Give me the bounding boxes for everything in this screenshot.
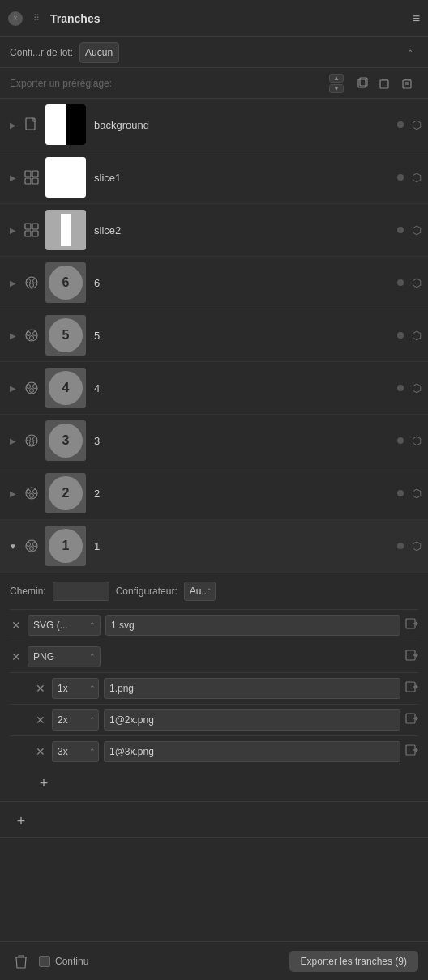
layer-visibility-dot[interactable] [397,490,404,496]
layer-visibility-dot[interactable] [397,174,404,181]
scale-select-wrapper: 3x [52,741,99,762]
config-row: Confi...r de lot: Aucun [0,37,428,68]
preset-paste-icon[interactable] [374,73,396,94]
remove-scale-button[interactable]: ✕ [34,682,47,695]
preset-clear-icon[interactable] [397,73,418,94]
export-svg [405,618,418,631]
menu-icon: ≡ [413,11,420,25]
layer-visibility-dot[interactable] [397,543,404,549]
layer-export-icon[interactable]: ⬡ [412,487,422,500]
layer-row[interactable]: ▶ 6 6 ⬡ [0,257,428,309]
layer-row[interactable]: ▶ 2 2 ⬡ [0,467,428,520]
scale-row-1x: ✕ 1x [10,672,418,704]
scale-export-icon[interactable] [405,713,418,728]
layer-visibility-dot[interactable] [397,279,404,286]
scale-select[interactable]: 2x [52,709,99,731]
preset-up-arrow[interactable]: ▲ [329,74,344,83]
svg-point-24 [27,385,31,389]
preset-down-arrow[interactable]: ▼ [329,84,344,93]
format-export-icon[interactable] [405,618,418,633]
scale-select[interactable]: 3x [52,741,99,762]
close-button[interactable]: × [8,11,23,26]
scale-select[interactable]: 1x [52,678,99,699]
group-icon [23,432,41,450]
path-input[interactable] [53,582,109,601]
layer-name: 1 [94,540,397,552]
layer-export-icon[interactable]: ⬡ [412,224,422,236]
layer-expand-icon[interactable]: ▶ [6,489,19,498]
group-icon [23,274,41,292]
svg-rect-9 [25,178,31,184]
remove-scale-button[interactable]: ✕ [34,714,47,726]
svg-rect-12 [32,224,38,229]
export-preset-label: Exporter un préréglage: [10,78,112,89]
config-select[interactable]: Aucun [79,42,119,63]
remove-format-button[interactable]: ✕ [10,650,23,663]
configurateur-label: Configurateur: [116,586,178,597]
layer-visibility-dot[interactable] [397,227,404,233]
group-svg3 [24,433,39,448]
filename-input[interactable] [105,615,400,636]
layer-export-icon[interactable]: ⬡ [412,539,422,552]
layer-export-icon[interactable]: ⬡ [412,329,422,342]
add-scale-button[interactable]: + [34,773,54,793]
layer-name: 3 [94,435,397,447]
layer-expand-icon[interactable]: ▶ [6,279,19,288]
layer-expand-icon[interactable]: ▶ [6,173,19,182]
layer-row[interactable]: ▶ slice1 ⬡ [0,151,428,204]
export-preset-input[interactable] [118,75,329,92]
layer-name: slice1 [94,172,397,184]
layer-visibility-dot[interactable] [397,385,404,391]
bottom-bar: Continu Exporter les tranches (9) [0,941,428,980]
layer-export-icon[interactable]: ⬡ [412,381,422,394]
layer-expand-icon[interactable]: ▶ [6,331,19,340]
layer-row[interactable]: ▶ background ⬡ [0,99,428,151]
continu-checkbox[interactable]: Continu [39,956,88,967]
scale-filename-input[interactable] [104,678,400,699]
svg-point-21 [33,332,37,336]
continu-label: Continu [55,956,88,967]
preset-copy-icon[interactable] [352,73,373,94]
format-select[interactable]: PNG [28,646,101,667]
scale-row-3x: ✕ 3x [10,735,418,767]
layer-export-icon[interactable]: ⬡ [412,118,422,131]
remove-scale-button[interactable]: ✕ [34,745,47,758]
layer-export-icon[interactable]: ⬡ [412,434,422,447]
layer-expand-icon[interactable]: ▼ [6,542,19,551]
remove-format-button[interactable]: ✕ [10,619,23,632]
layer-row[interactable]: ▶ 3 3 ⬡ [0,415,428,467]
layer-export-icon[interactable]: ⬡ [412,171,422,184]
top-bar: × ⠿ Tranches ≡ [0,0,428,37]
bg-thumb-visual [45,104,86,145]
group-svg5 [24,328,39,343]
layer-export-icon[interactable]: ⬡ [412,276,422,289]
scale-filename-input[interactable] [104,709,400,731]
format-export-icon[interactable] [405,650,418,665]
layer-expand-icon[interactable]: ▶ [6,384,19,393]
grip-icon: ⠿ [29,11,44,26]
layer-row[interactable]: ▶ 5 5 ⬡ [0,309,428,362]
layer-visibility-dot[interactable] [397,332,404,339]
path-label: Chemin: [10,586,46,597]
layer-expand-icon[interactable]: ▶ [6,121,19,130]
layer-name: background [94,119,397,131]
configurateur-select[interactable]: Au... [184,582,216,601]
scale-filename-input[interactable] [104,741,400,762]
layer-name: 4 [94,382,397,394]
add-format-button[interactable]: + [11,812,31,831]
checkbox-box [39,956,50,967]
scale-export-icon[interactable] [405,744,418,760]
layer-name: slice2 [94,224,397,236]
layer-visibility-dot[interactable] [397,121,404,128]
layer-expand-icon[interactable]: ▶ [6,226,19,235]
scale-export-icon[interactable] [405,681,418,697]
export-slices-button[interactable]: Exporter les tranches (9) [289,951,418,972]
format-select[interactable]: SVG (... [28,615,101,636]
layer-row[interactable]: ▶ 4 4 ⬡ [0,362,428,415]
menu-button[interactable]: ≡ [413,11,420,26]
layer-row[interactable]: ▶ slice2 ⬡ [0,204,428,257]
trash-button[interactable] [10,950,32,973]
layer-row[interactable]: ▼ 1 1 ⬡ [0,520,428,573]
layer-expand-icon[interactable]: ▶ [6,437,19,445]
layer-visibility-dot[interactable] [397,437,404,444]
